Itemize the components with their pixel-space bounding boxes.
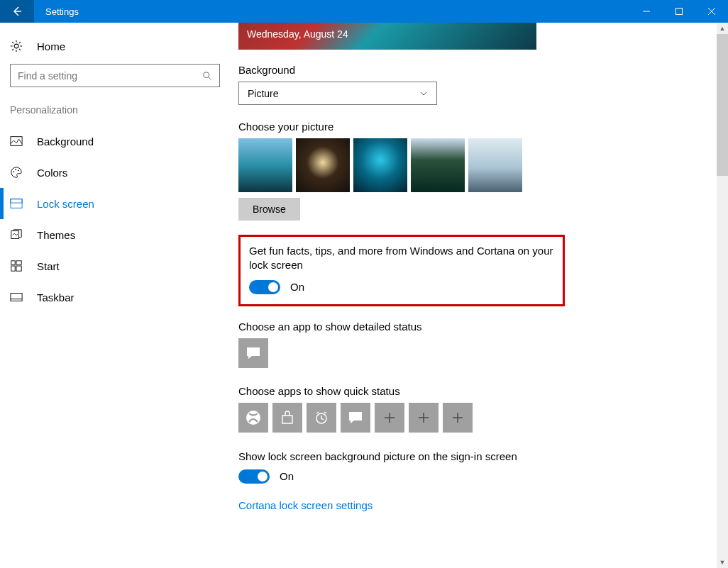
alarm-icon	[314, 410, 329, 425]
svg-rect-20	[11, 199, 22, 203]
svg-rect-1	[676, 9, 683, 15]
nav-label: Taskbar	[37, 291, 75, 304]
minimize-icon	[643, 8, 650, 15]
window-controls	[630, 0, 728, 23]
svg-rect-19	[11, 199, 22, 208]
signin-bg-toggle[interactable]	[238, 469, 270, 484]
quick-status-label: Choose apps to show quick status	[238, 385, 717, 397]
quick-status-slot-xbox[interactable]	[238, 403, 268, 433]
svg-line-10	[19, 49, 21, 50]
svg-rect-23	[16, 261, 21, 264]
quick-status-slot-add[interactable]	[443, 403, 473, 433]
cortana-settings-link[interactable]: Cortana lock screen settings	[238, 499, 717, 511]
home-link[interactable]: Home	[0, 31, 227, 61]
arrow-left-icon	[11, 6, 23, 17]
svg-line-9	[12, 42, 13, 43]
svg-point-4	[14, 44, 18, 48]
titlebar: Settings	[0, 0, 728, 23]
nav-item-colors[interactable]: Colors	[0, 157, 227, 188]
picture-thumb[interactable]	[296, 138, 350, 192]
svg-point-18	[18, 169, 19, 171]
svg-rect-22	[11, 261, 15, 264]
search-icon	[202, 71, 212, 81]
main-panel: Wednesday, August 24 Background Picture …	[227, 23, 728, 568]
sidebar: Home Personalization Background Colors L…	[0, 23, 227, 568]
picture-thumb[interactable]	[238, 138, 292, 192]
vertical-scrollbar[interactable]: ▲ ▼	[717, 23, 728, 568]
picture-thumb[interactable]	[353, 138, 407, 192]
fun-facts-highlight: Get fun facts, tips, and more from Windo…	[238, 235, 565, 306]
svg-point-13	[204, 72, 209, 77]
detailed-status-label: Choose an app to show detailed status	[238, 321, 717, 333]
close-icon	[708, 8, 715, 15]
start-icon	[10, 260, 23, 272]
quick-status-slot-store[interactable]	[272, 403, 302, 433]
nav-label: Start	[37, 260, 60, 272]
store-icon	[280, 411, 294, 425]
plus-icon	[383, 411, 396, 424]
scroll-up-icon[interactable]: ▲	[719, 23, 726, 34]
quick-status-slot-message[interactable]	[341, 403, 370, 433]
nav-label: Background	[37, 135, 94, 147]
signin-bg-state: On	[280, 470, 294, 482]
picture-thumbs	[238, 138, 717, 192]
picture-thumb[interactable]	[468, 138, 522, 192]
search-field[interactable]	[18, 70, 202, 82]
nav-item-themes[interactable]: Themes	[0, 219, 227, 250]
nav-label: Lock screen	[37, 198, 94, 210]
quick-status-slot-alarm[interactable]	[307, 403, 336, 433]
taskbar-icon	[10, 291, 23, 304]
plus-icon	[451, 411, 464, 424]
scroll-thumb[interactable]	[717, 34, 728, 176]
chevron-down-icon	[419, 89, 428, 98]
svg-point-28	[246, 411, 260, 425]
message-icon	[246, 346, 261, 360]
svg-rect-26	[11, 294, 22, 301]
back-button[interactable]	[0, 0, 34, 23]
lockscreen-icon	[10, 197, 23, 210]
gear-icon	[10, 40, 23, 52]
maximize-button[interactable]	[663, 0, 695, 23]
choose-picture-label: Choose your picture	[238, 121, 717, 133]
close-button[interactable]	[695, 0, 728, 23]
nav-label: Themes	[37, 229, 75, 241]
nav-item-start[interactable]: Start	[0, 250, 227, 282]
dropdown-value: Picture	[248, 88, 419, 99]
svg-rect-21	[11, 231, 19, 239]
svg-line-14	[209, 77, 211, 79]
signin-bg-desc: Show lock screen background picture on t…	[238, 450, 717, 464]
home-label: Home	[37, 40, 65, 52]
search-input[interactable]	[10, 64, 220, 87]
svg-line-12	[12, 49, 13, 50]
fun-facts-toggle[interactable]	[249, 280, 280, 294]
background-dropdown[interactable]: Picture	[238, 82, 437, 105]
minimize-button[interactable]	[630, 0, 663, 23]
svg-rect-24	[11, 266, 15, 271]
svg-point-17	[15, 169, 16, 170]
maximize-icon	[675, 8, 683, 15]
xbox-icon	[246, 410, 261, 425]
sidebar-heading: Personalization	[0, 99, 227, 126]
svg-point-16	[13, 171, 15, 172]
nav-item-taskbar[interactable]: Taskbar	[0, 282, 227, 313]
nav-label: Colors	[37, 167, 67, 179]
background-label: Background	[238, 64, 717, 76]
picture-icon	[10, 135, 23, 147]
quick-status-slot-add[interactable]	[375, 403, 404, 433]
window-title: Settings	[45, 6, 630, 17]
themes-icon	[10, 228, 23, 241]
svg-line-11	[19, 42, 21, 43]
browse-button[interactable]: Browse	[238, 198, 300, 221]
nav-item-lockscreen[interactable]: Lock screen	[0, 188, 227, 219]
quick-status-slot-add[interactable]	[409, 403, 439, 433]
detailed-status-app-slot[interactable]	[238, 338, 268, 368]
picture-thumb[interactable]	[411, 138, 465, 192]
fun-facts-desc: Get fun facts, tips, and more from Windo…	[249, 244, 554, 273]
plus-icon	[417, 411, 430, 424]
preview-date: Wednesday, August 24	[247, 28, 348, 40]
message-icon	[348, 411, 363, 425]
fun-facts-state: On	[290, 281, 304, 293]
nav-item-background[interactable]: Background	[0, 126, 227, 157]
lockscreen-preview: Wednesday, August 24	[238, 23, 536, 50]
scroll-down-icon[interactable]: ▼	[719, 557, 726, 568]
